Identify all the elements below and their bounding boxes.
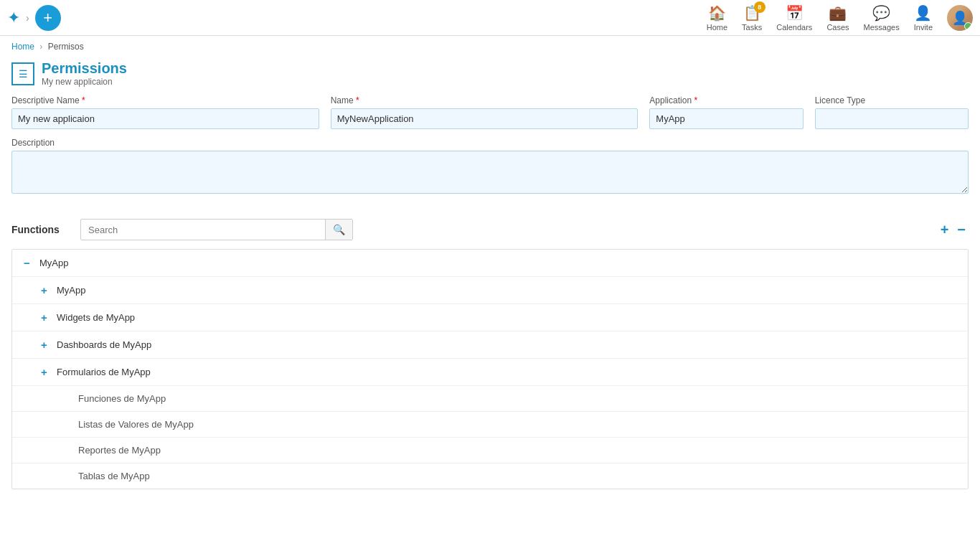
search-icon: 🔍: [333, 224, 345, 235]
nav-home[interactable]: 🏠 Home: [707, 4, 727, 32]
nav-invite-label: Invite: [914, 23, 933, 32]
tree-label: MyApp: [57, 285, 85, 296]
nav-tasks-label: Tasks: [742, 23, 762, 32]
nav-left: ✦ › +: [7, 5, 707, 31]
tree-row: − MyApp: [12, 250, 968, 277]
tree-row: + MyApp: [12, 277, 968, 304]
home-icon: 🏠: [708, 4, 726, 22]
breadcrumb-separator: ›: [39, 42, 42, 52]
tree-label: Formularios de MyApp: [57, 367, 151, 377]
tasks-icon: 📋 8: [743, 4, 761, 22]
nav-invite[interactable]: 👤 Invite: [914, 4, 933, 32]
functions-section: Functions 🔍 + − − MyApp + MyApp + Widget…: [0, 207, 980, 501]
nav-calendars-label: Calendars: [776, 23, 812, 32]
form-row-1: Descriptive Name * Name * Application * …: [11, 95, 969, 129]
breadcrumb-current: Permisos: [48, 42, 84, 52]
breadcrumb-home[interactable]: Home: [11, 42, 34, 52]
tree-table: − MyApp + MyApp + Widgets de MyApp + Das…: [11, 249, 969, 489]
tasks-badge: 8: [754, 1, 765, 13]
application-field: Application *: [649, 95, 803, 129]
user-avatar[interactable]: 👤: [947, 5, 973, 31]
page-icon: ☰: [11, 62, 34, 85]
application-input[interactable]: [649, 108, 803, 129]
tree-row: + Formularios de MyApp: [12, 359, 968, 386]
tree-label: Widgets de MyApp: [57, 312, 135, 323]
tree-row: Listas de Valores de MyApp: [12, 412, 968, 438]
tree-label: MyApp: [39, 258, 68, 268]
tree-label: Tablas de MyApp: [62, 471, 150, 481]
page-title: Permissions: [42, 60, 127, 77]
tree-label: Listas de Valores de MyApp: [62, 419, 194, 430]
permissions-icon: ☰: [19, 68, 28, 80]
nav-right: 🏠 Home 📋 8 Tasks 📅 Calendars 💼 Cases 💬 M…: [707, 4, 973, 32]
description-field: Description: [11, 138, 969, 196]
tree-row: + Widgets de MyApp: [12, 304, 968, 331]
name-input[interactable]: [331, 108, 639, 129]
add-function-button[interactable]: +: [938, 222, 952, 238]
descriptive-name-label: Descriptive Name *: [11, 95, 319, 105]
page-header: ☰ Permissions My new applicaion: [0, 57, 980, 95]
breadcrumb: Home › Permisos: [0, 36, 980, 57]
nav-chevron-icon: ›: [26, 12, 29, 24]
tree-row: Tablas de MyApp: [12, 463, 968, 489]
descriptive-name-field: Descriptive Name *: [11, 95, 319, 129]
tree-toggle-plus[interactable]: +: [41, 284, 51, 296]
name-field: Name *: [331, 95, 639, 129]
nav-messages[interactable]: 💬 Messages: [864, 4, 900, 32]
nav-messages-label: Messages: [864, 23, 900, 32]
tree-row: Reportes de MyApp: [12, 438, 968, 463]
name-label: Name *: [331, 95, 639, 105]
messages-icon: 💬: [872, 4, 890, 22]
licence-type-input[interactable]: [815, 108, 969, 129]
licence-type-label: Licence Type: [815, 95, 969, 105]
tree-row: Funciones de MyApp: [12, 386, 968, 412]
app-logo: ✦: [7, 9, 20, 27]
search-input[interactable]: [81, 220, 325, 240]
nav-home-label: Home: [707, 23, 727, 32]
nav-cases-label: Cases: [826, 23, 849, 32]
top-navigation: ✦ › + 🏠 Home 📋 8 Tasks 📅 Calendars 💼 Cas…: [0, 0, 980, 36]
tree-toggle-plus[interactable]: +: [41, 366, 51, 378]
functions-label: Functions: [11, 224, 69, 235]
nav-cases[interactable]: 💼 Cases: [826, 4, 849, 32]
search-button[interactable]: 🔍: [325, 220, 352, 240]
tree-row: + Dashboards de MyApp: [12, 331, 968, 359]
descriptive-name-input[interactable]: [11, 108, 319, 129]
page-subtitle: My new applicaion: [42, 77, 127, 87]
functions-actions: + −: [938, 222, 969, 238]
description-label: Description: [11, 138, 969, 148]
tree-toggle-minus[interactable]: −: [24, 257, 34, 269]
tree-toggle-plus[interactable]: +: [41, 311, 51, 324]
avatar-image: 👤: [947, 5, 973, 31]
functions-header: Functions 🔍 + −: [11, 219, 969, 240]
page-title-block: Permissions My new applicaion: [42, 60, 127, 87]
description-textarea[interactable]: [11, 151, 969, 194]
tree-label: Funciones de MyApp: [62, 393, 166, 404]
tree-label: Dashboards de MyApp: [57, 339, 151, 350]
invite-icon: 👤: [914, 4, 932, 22]
calendars-icon: 📅: [786, 4, 804, 22]
tree-toggle-plus[interactable]: +: [41, 339, 51, 351]
nav-tasks[interactable]: 📋 8 Tasks: [742, 4, 762, 32]
add-button[interactable]: +: [35, 5, 61, 31]
form-area: Descriptive Name * Name * Application * …: [0, 95, 980, 196]
application-label: Application *: [649, 95, 803, 105]
nav-calendars[interactable]: 📅 Calendars: [776, 4, 812, 32]
cases-icon: 💼: [829, 4, 847, 22]
remove-function-button[interactable]: −: [954, 222, 969, 238]
tree-label: Reportes de MyApp: [62, 445, 161, 456]
licence-type-field: Licence Type: [815, 95, 969, 129]
search-wrapper: 🔍: [80, 219, 353, 240]
